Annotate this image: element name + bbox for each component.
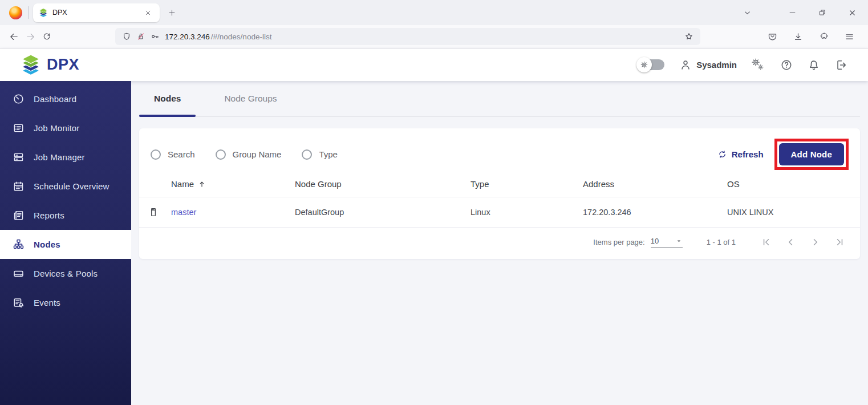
sidebar-item-label: Dashboard <box>34 94 76 104</box>
radio-label: Type <box>319 149 338 159</box>
radio-label: Search <box>168 149 195 159</box>
tab-list-dropdown-icon[interactable] <box>741 6 754 19</box>
bookmark-star-icon[interactable] <box>684 32 693 41</box>
devices-drive-icon <box>13 268 25 280</box>
gear-knob-icon <box>636 57 652 72</box>
url-bar[interactable]: 172.20.3.246/#/nodes/node-list <box>115 28 700 45</box>
node-type-value-cell: Linux <box>470 197 583 228</box>
first-page-icon[interactable] <box>761 237 772 248</box>
sidebar-item-label: Nodes <box>34 240 60 249</box>
minimize-button[interactable] <box>786 6 799 19</box>
username: Sysadmin <box>696 60 737 70</box>
sidebar-item-job-monitor[interactable]: Job Monitor <box>0 114 131 143</box>
annotation-highlight-box: Add Node <box>774 139 849 170</box>
settings-toggle[interactable] <box>642 59 664 70</box>
tab-label: Node Groups <box>224 94 277 104</box>
user-icon <box>679 59 692 71</box>
refresh-label: Refresh <box>732 149 764 159</box>
new-tab-button[interactable] <box>165 6 179 19</box>
menu-icon[interactable] <box>842 30 857 44</box>
items-per-page-label: Items per page: <box>593 238 644 246</box>
window-controls <box>786 6 862 19</box>
sidebar-item-events[interactable]: Events <box>0 288 131 317</box>
user-menu[interactable]: Sysadmin <box>679 59 737 71</box>
sort-asc-icon[interactable] <box>198 180 206 188</box>
node-name-link[interactable]: master <box>171 208 196 217</box>
pagination-bar: Items per page: 10 1 - 1 of 1 <box>139 228 860 259</box>
last-page-icon[interactable] <box>834 237 845 248</box>
close-button[interactable] <box>846 6 859 19</box>
forward-button[interactable] <box>23 30 38 44</box>
page-tabs: Nodes Node Groups <box>139 81 860 117</box>
tab-node-groups[interactable]: Node Groups <box>209 81 291 116</box>
radio-circle-icon <box>151 149 161 160</box>
dashboard-icon <box>13 93 25 105</box>
restore-button[interactable] <box>816 6 829 19</box>
app-header: DPX Sysadmin <box>0 48 868 81</box>
radio-group-name[interactable]: Group Name <box>216 149 282 160</box>
column-label: Name <box>171 179 194 189</box>
pocket-icon[interactable] <box>765 30 780 44</box>
insecure-lock-icon[interactable] <box>136 32 145 41</box>
sidebar-item-dashboard[interactable]: Dashboard <box>0 84 131 114</box>
node-type-cell <box>139 197 171 228</box>
sidebar-item-label: Devices & Pools <box>34 269 98 278</box>
add-node-button[interactable]: Add Node <box>779 143 844 165</box>
radio-label: Group Name <box>233 149 282 159</box>
sidebar-item-label: Events <box>34 298 60 307</box>
downloads-icon[interactable] <box>791 30 805 44</box>
sidebar-item-schedule-overview[interactable]: Schedule Overview <box>0 172 131 201</box>
sidebar-item-label: Schedule Overview <box>34 181 109 191</box>
extensions-icon[interactable] <box>817 30 831 44</box>
dpx-logo-text: DPX <box>47 56 79 74</box>
radio-search[interactable]: Search <box>151 149 195 160</box>
settings-gears-icon[interactable] <box>752 58 765 72</box>
nodes-card: Search Group Name Type Refresh Add <box>139 128 860 259</box>
firefox-icon[interactable] <box>9 6 22 19</box>
logout-icon[interactable] <box>835 59 847 71</box>
events-list-bell-icon <box>13 297 25 309</box>
help-icon[interactable] <box>780 59 793 71</box>
items-per-page-select[interactable]: 10 <box>651 237 683 248</box>
key-icon[interactable] <box>151 32 160 41</box>
next-page-icon[interactable] <box>810 237 821 248</box>
sidebar-item-nodes[interactable]: Nodes <box>0 230 131 259</box>
column-icon-spacer <box>139 175 171 197</box>
caret-down-icon <box>675 237 683 245</box>
sidebar-item-reports[interactable]: Reports <box>0 201 131 230</box>
sidebar-item-job-manager[interactable]: Job Manager <box>0 143 131 172</box>
tab-close-icon[interactable] <box>142 7 154 19</box>
nodes-table: Name Node Group Type Address OS <box>139 175 860 228</box>
sidebar-item-label: Job Monitor <box>34 123 80 133</box>
column-node-group: Node Group <box>295 175 470 197</box>
dpx-logo-icon <box>21 54 41 76</box>
tab-label: Nodes <box>154 94 181 104</box>
back-button[interactable] <box>7 30 21 44</box>
reload-button[interactable] <box>40 30 54 43</box>
sort-control[interactable]: Name <box>171 179 206 189</box>
column-type: Type <box>470 175 583 197</box>
shield-icon[interactable] <box>122 32 131 41</box>
reports-icon <box>13 209 25 221</box>
tab-nodes[interactable]: Nodes <box>139 81 196 116</box>
notifications-bell-icon[interactable] <box>808 59 820 71</box>
browser-tab[interactable]: DPX <box>33 3 160 22</box>
refresh-button[interactable]: Refresh <box>714 149 767 160</box>
sidebar: Dashboard Job Monitor Job Manager Schedu… <box>0 81 131 405</box>
previous-page-icon[interactable] <box>785 237 796 248</box>
dpx-logo: DPX <box>21 54 79 76</box>
refresh-icon <box>717 149 727 159</box>
node-address-cell: 172.20.3.246 <box>583 197 727 228</box>
url-path: /#/nodes/node-list <box>211 33 272 41</box>
radio-type[interactable]: Type <box>302 149 338 160</box>
sidebar-item-devices-pools[interactable]: Devices & Pools <box>0 259 131 288</box>
pagination-range: 1 - 1 of 1 <box>707 238 736 246</box>
browser-tab-strip: DPX <box>0 0 868 25</box>
items-per-page-value: 10 <box>651 237 659 245</box>
server-node-icon <box>148 207 159 217</box>
browser-navbar: 172.20.3.246/#/nodes/node-list <box>0 25 868 48</box>
pagination-nav <box>761 237 845 248</box>
node-group-cell: DefaultGroup <box>295 197 470 228</box>
radio-circle-icon <box>302 149 312 160</box>
main-content: Nodes Node Groups Search Group Name Type <box>131 81 868 405</box>
